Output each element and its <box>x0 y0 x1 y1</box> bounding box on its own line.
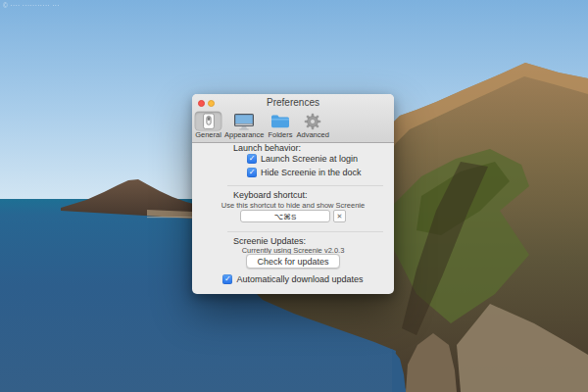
updates-heading: Screenie Updates: <box>233 236 306 246</box>
tab-advanced[interactable]: Advanced <box>296 112 328 139</box>
checkbox-row-hide-in-dock: ✓ Hide Screenie in the dock <box>247 168 362 177</box>
shortcut-row: ⌥⌘S ✕ <box>192 210 394 222</box>
launch-behavior-heading: Launch behavior: <box>233 143 301 153</box>
checkbox-auto-download-label: Automatically download updates <box>236 274 363 284</box>
shortcut-recorder-field[interactable]: ⌥⌘S <box>240 210 330 222</box>
display-icon <box>231 112 258 130</box>
checkbox-launch-at-login-label: Launch Screenie at login <box>261 154 358 164</box>
preferences-content: Launch behavior: ✓ Launch Screenie at lo… <box>192 137 394 294</box>
waterline-highlight <box>147 217 192 218</box>
tab-appearance[interactable]: Appearance <box>224 112 264 139</box>
checkbox-row-auto-download: ✓ Automatically download updates <box>192 274 394 284</box>
folder-icon <box>267 112 293 130</box>
window-title: Preferences <box>192 94 394 112</box>
photo-watermark: © ···· ··········· ··· <box>3 2 60 9</box>
tab-general[interactable]: General <box>195 112 221 139</box>
window-chrome: Preferences General <box>192 94 394 143</box>
separator <box>227 231 383 232</box>
checkbox-launch-at-login[interactable]: ✓ <box>247 154 257 164</box>
checkbox-row-launch-at-login: ✓ Launch Screenie at login <box>247 154 358 164</box>
keyboard-shortcut-caption: Use this shortcut to hide and show Scree… <box>192 201 394 210</box>
titlebar: Preferences <box>192 94 394 111</box>
keyboard-shortcut-heading: Keyboard shortcut: <box>233 190 308 200</box>
traffic-lights <box>198 100 215 107</box>
check-for-updates-button[interactable]: Check for updates <box>246 254 340 269</box>
close-button[interactable] <box>198 100 205 107</box>
checkbox-hide-in-dock-label: Hide Screenie in the dock <box>261 168 362 177</box>
switch-icon <box>195 112 221 130</box>
tab-folders[interactable]: Folders <box>267 112 293 139</box>
minimize-button[interactable] <box>208 100 215 107</box>
shortcut-clear-button[interactable]: ✕ <box>333 210 346 222</box>
gear-icon <box>300 112 326 130</box>
checkbox-hide-in-dock[interactable]: ✓ <box>247 168 257 177</box>
separator <box>227 185 383 186</box>
checkbox-auto-download[interactable]: ✓ <box>222 274 232 284</box>
preferences-window: Preferences General <box>192 94 394 294</box>
